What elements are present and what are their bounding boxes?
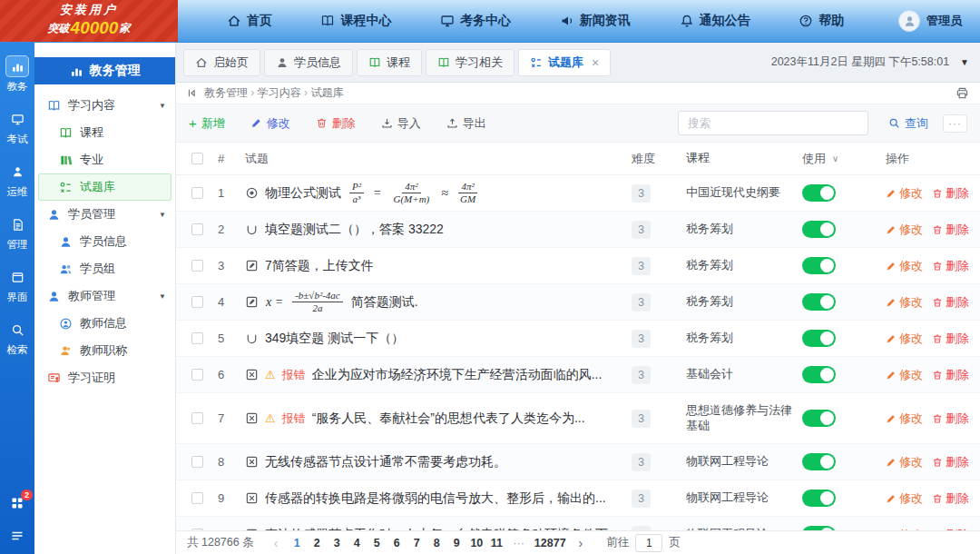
nav-help[interactable]: 帮助 [799, 13, 844, 29]
row-checkbox[interactable] [191, 369, 203, 381]
page-button[interactable]: 8 [426, 537, 446, 549]
sidebar-group-learning-content[interactable]: 学习内容 ▼ [34, 92, 175, 119]
tab-student-info[interactable]: 学员信息 [264, 49, 353, 76]
use-toggle[interactable] [802, 526, 836, 530]
use-toggle[interactable] [802, 184, 836, 202]
edit-row-button[interactable]: 修改 [886, 411, 923, 427]
row-checkbox[interactable] [191, 260, 203, 272]
use-toggle[interactable] [802, 330, 836, 347]
page-button[interactable]: 11 [486, 537, 506, 549]
menu-list-icon[interactable] [10, 529, 24, 543]
edit-row-button[interactable]: 修改 [886, 258, 923, 274]
delete-row-button[interactable]: 删除 [932, 454, 969, 470]
use-toggle[interactable] [802, 453, 836, 470]
rail-item-academic[interactable]: 教务 [5, 55, 29, 94]
page-button[interactable]: 4 [347, 537, 367, 549]
edit-row-button[interactable]: 修改 [886, 490, 923, 507]
page-button[interactable]: 9 [446, 537, 466, 549]
add-button[interactable]: +新增 [189, 115, 225, 132]
row-checkbox[interactable] [191, 296, 203, 308]
tab-question-bank[interactable]: 试题库 × [518, 49, 611, 76]
row-checkbox[interactable] [191, 492, 203, 504]
tab-learning-related[interactable]: 学习相关 [426, 49, 514, 76]
sidebar-title[interactable]: 教务管理 [34, 57, 175, 84]
page-button[interactable]: 3 [327, 537, 347, 549]
sidebar-item-teacher-titles[interactable]: 教师职称 [34, 337, 175, 364]
page-button[interactable]: 2 [307, 537, 327, 549]
delete-row-button[interactable]: 删除 [932, 258, 969, 274]
use-toggle[interactable] [802, 410, 836, 427]
use-toggle[interactable] [802, 221, 836, 238]
print-icon[interactable] [956, 86, 969, 100]
last-page-button[interactable]: 12877 [531, 537, 570, 549]
row-checkbox[interactable] [191, 412, 203, 424]
delete-row-button[interactable]: 删除 [932, 490, 969, 507]
sidebar-item-learning-certificates[interactable]: 学习证明 [34, 364, 175, 391]
edit-row-button[interactable]: 修改 [886, 454, 923, 470]
sidebar-item-courses[interactable]: 课程 [34, 119, 175, 146]
edit-row-button[interactable]: 修改 [886, 294, 923, 311]
rail-item-search[interactable]: 检索 [5, 319, 29, 357]
close-icon[interactable]: × [592, 55, 599, 70]
delete-row-button[interactable]: 删除 [932, 367, 969, 383]
use-toggle[interactable] [802, 293, 836, 311]
page-button[interactable]: 5 [367, 537, 387, 549]
nav-exam-center[interactable]: 考务中心 [440, 13, 511, 29]
page-button[interactable]: 7 [407, 537, 426, 549]
next-page-button[interactable]: › [573, 536, 589, 550]
more-options-button[interactable]: ··· [943, 114, 967, 133]
nav-course-center[interactable]: 课程中心 [320, 13, 391, 29]
delete-row-button[interactable]: 删除 [932, 185, 969, 202]
search-input[interactable] [678, 111, 868, 135]
page-button[interactable]: 10 [466, 537, 486, 549]
column-use[interactable]: 使用∨ [802, 151, 886, 167]
tab-courses[interactable]: 课程 [357, 49, 422, 76]
page-button[interactable]: 1 [287, 537, 307, 549]
sidebar-item-teacher-info[interactable]: 教师信息 [34, 310, 175, 337]
tab-start-page[interactable]: 启始页 [183, 49, 260, 76]
edit-row-button[interactable]: 修改 [886, 185, 923, 202]
edit-row-button[interactable]: 修改 [886, 367, 923, 383]
rail-item-manage[interactable]: 管理 [5, 213, 29, 252]
delete-row-button[interactable]: 删除 [932, 294, 969, 311]
rail-item-exam[interactable]: 考试 [5, 108, 29, 146]
sidebar-item-student-info[interactable]: 学员信息 [34, 228, 175, 255]
delete-button[interactable]: 删除 [316, 115, 356, 132]
rail-item-ops[interactable]: 运维 [5, 161, 29, 199]
row-checkbox[interactable] [191, 332, 203, 344]
sidebar-group-teacher-management[interactable]: 教师管理 ▼ [34, 282, 175, 310]
collapse-menu-icon[interactable] [187, 87, 199, 99]
delete-row-button[interactable]: 删除 [932, 222, 969, 238]
rail-item-interface[interactable]: 界面 [5, 266, 29, 304]
use-toggle[interactable] [802, 490, 836, 507]
user-menu[interactable]: 管理员 [893, 0, 980, 42]
edit-row-button[interactable]: 修改 [886, 331, 923, 347]
sidebar-item-majors[interactable]: 专业 [34, 146, 175, 173]
chevron-down-icon[interactable]: ▼ [960, 57, 969, 67]
nav-notice[interactable]: 通知公告 [680, 13, 750, 29]
goto-page-input[interactable] [635, 534, 662, 552]
page-ellipsis[interactable]: ··· [510, 537, 527, 549]
use-toggle[interactable] [802, 366, 836, 383]
page-button[interactable]: 6 [387, 537, 407, 549]
row-checkbox[interactable] [191, 223, 203, 235]
error-report-label[interactable]: 报错 [282, 367, 306, 383]
row-checkbox[interactable] [191, 187, 203, 199]
sidebar-item-student-groups[interactable]: 学员组 [34, 255, 175, 282]
delete-row-button[interactable]: 删除 [932, 411, 969, 427]
edit-button[interactable]: 修改 [250, 115, 290, 132]
row-checkbox[interactable] [191, 456, 203, 468]
nav-home[interactable]: 首页 [227, 13, 272, 29]
sidebar-item-question-bank[interactable]: 试题库 [38, 173, 172, 201]
delete-row-button[interactable]: 删除 [932, 331, 969, 347]
sidebar-group-student-management[interactable]: 学员管理 ▼ [34, 201, 175, 228]
query-button[interactable]: 查询 [888, 115, 928, 132]
select-all-checkbox[interactable] [191, 153, 203, 164]
apps-grid-icon[interactable]: 2 [10, 496, 24, 510]
prev-page-button[interactable]: ‹ [269, 536, 284, 550]
edit-row-button[interactable]: 修改 [886, 222, 923, 238]
export-button[interactable]: 导出 [446, 115, 486, 132]
use-toggle[interactable] [802, 257, 836, 274]
import-button[interactable]: 导入 [381, 115, 421, 132]
nav-news[interactable]: 新闻资讯 [560, 13, 631, 29]
